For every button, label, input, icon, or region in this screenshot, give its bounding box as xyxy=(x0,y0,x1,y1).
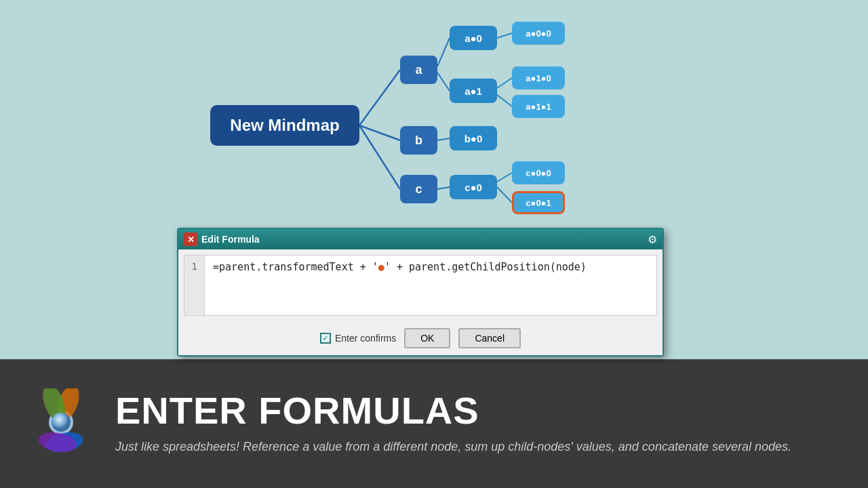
ok-button[interactable]: OK xyxy=(404,328,450,348)
svg-line-4 xyxy=(437,73,450,91)
node-b0[interactable]: b●0 xyxy=(450,126,497,150)
svg-line-8 xyxy=(437,138,450,140)
node-a11-label: a●1●1 xyxy=(526,102,551,112)
node-b[interactable]: b xyxy=(400,126,437,155)
svg-line-10 xyxy=(497,173,512,182)
dialog-title: Edit Formula xyxy=(201,234,260,245)
node-a11[interactable]: a●1●1 xyxy=(512,95,565,118)
formula-prefix: =parent.transformedText + ' xyxy=(213,261,378,273)
dialog-body: 1 =parent.transformedText + '●' + parent… xyxy=(184,255,657,316)
node-c0-label: c●0 xyxy=(465,182,482,193)
node-a1-label: a●1 xyxy=(465,85,482,97)
svg-line-11 xyxy=(497,187,512,203)
node-a10[interactable]: a●1●0 xyxy=(512,66,565,89)
node-a1[interactable]: a●1 xyxy=(450,79,497,103)
svg-line-6 xyxy=(497,78,512,88)
node-a[interactable]: a xyxy=(400,56,437,84)
dialog-titlebar-left: ✕ Edit Formula xyxy=(184,232,260,246)
sub-heading: Just like spreadsheets! Reference a valu… xyxy=(115,438,841,456)
svg-line-3 xyxy=(437,38,450,66)
svg-line-5 xyxy=(497,33,512,38)
formula-dot: ● xyxy=(378,261,384,273)
dialog-footer: ✓ Enter confirms OK Cancel xyxy=(178,321,663,355)
enter-confirms-checkbox[interactable]: ✓ xyxy=(320,333,331,344)
node-c01[interactable]: c●0●1 xyxy=(512,191,565,214)
node-b0-label: b●0 xyxy=(465,133,483,144)
node-a00-label: a●0●0 xyxy=(526,28,551,39)
cancel-button[interactable]: Cancel xyxy=(458,328,521,348)
bottom-text-block: ENTER FORMULAS Just like spreadsheets! R… xyxy=(115,392,841,456)
node-a0-label: a●0 xyxy=(465,33,482,44)
root-node[interactable]: New Mindmap xyxy=(210,105,359,146)
node-b-label: b xyxy=(415,134,422,148)
node-c[interactable]: c xyxy=(400,175,437,203)
node-c-label: c xyxy=(415,182,422,197)
bottom-section: ENTER FORMULAS Just like spreadsheets! R… xyxy=(0,359,868,488)
node-c00[interactable]: c●0●0 xyxy=(512,161,565,184)
root-node-label: New Mindmap xyxy=(230,116,339,135)
formula-suffix: ' + parent.getChildPosition(node) xyxy=(384,261,587,273)
logo-container xyxy=(27,388,95,459)
mindmap-area: New Mindmap a b c a●0 a●1 b●0 c●0 a●0●0 … xyxy=(0,0,868,359)
enter-confirms-container: ✓ Enter confirms xyxy=(320,333,396,344)
gear-icon: ⚙ xyxy=(648,233,657,246)
node-c01-label: c●0●1 xyxy=(526,198,551,208)
line-number: 1 xyxy=(184,256,205,315)
node-a0[interactable]: a●0 xyxy=(450,26,497,50)
node-a-label: a xyxy=(415,63,422,77)
svg-line-9 xyxy=(437,187,450,189)
svg-line-2 xyxy=(359,125,400,189)
enter-confirms-label: Enter confirms xyxy=(335,333,396,344)
svg-point-20 xyxy=(52,413,71,432)
node-a00[interactable]: a●0●0 xyxy=(512,22,565,45)
dialog-titlebar: ✕ Edit Formula ⚙ xyxy=(178,229,663,249)
node-a10-label: a●1●0 xyxy=(526,73,551,83)
main-heading: ENTER FORMULAS xyxy=(115,392,841,430)
node-c00-label: c●0●0 xyxy=(526,168,551,178)
svg-line-1 xyxy=(359,125,400,140)
svg-line-0 xyxy=(359,70,400,125)
app-logo xyxy=(27,388,95,456)
node-c0[interactable]: c●0 xyxy=(450,175,497,199)
close-icon: ✕ xyxy=(187,235,195,245)
dialog-close-button[interactable]: ✕ xyxy=(184,232,197,246)
formula-content[interactable]: =parent.transformedText + '●' + parent.g… xyxy=(205,256,656,315)
svg-line-7 xyxy=(497,95,512,106)
edit-formula-dialog: ✕ Edit Formula ⚙ 1 =parent.transformedTe… xyxy=(177,228,664,357)
